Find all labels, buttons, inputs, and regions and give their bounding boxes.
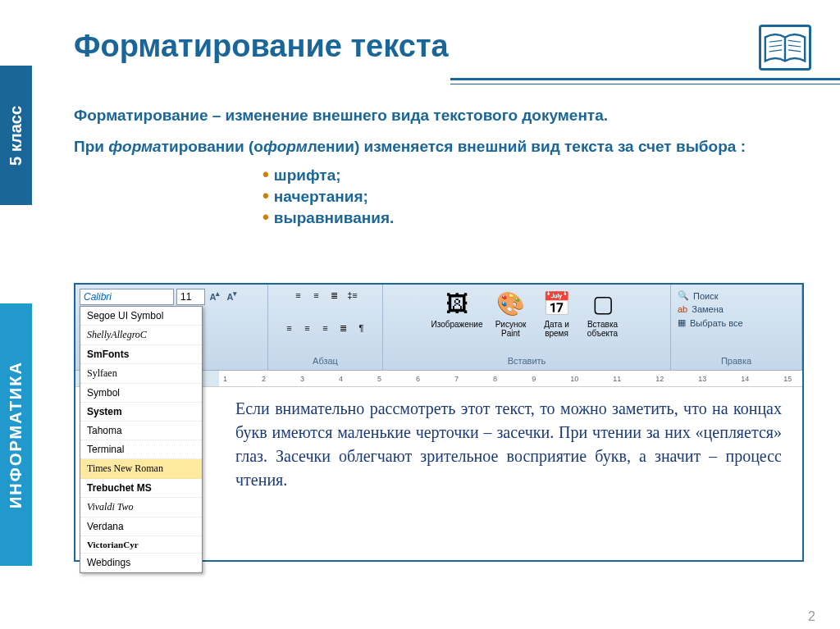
font-option[interactable]: Segoe UI Symbol: [80, 307, 202, 326]
indent-decrease-icon[interactable]: ≡: [291, 289, 306, 302]
linespacing-icon[interactable]: ‡≡: [345, 289, 360, 302]
font-option[interactable]: Symbol: [80, 384, 202, 403]
align-center-icon[interactable]: ≡: [300, 321, 315, 335]
font-name-combo[interactable]: Calibri: [80, 289, 174, 305]
font-option[interactable]: Webdings: [80, 554, 202, 572]
paragraph-mark-icon[interactable]: ¶: [354, 321, 369, 335]
align-justify-icon[interactable]: ≣: [336, 321, 351, 335]
font-group: Calibri 11 A▴ A▾ Segoe UI Symbol ShellyA…: [75, 285, 268, 370]
align-right-icon[interactable]: ≡: [318, 321, 333, 335]
grow-font-icon[interactable]: A▴: [208, 289, 222, 303]
palette-icon: 🎨: [496, 289, 526, 318]
calendar-icon: 📅: [542, 289, 572, 318]
intro-paragraph: При форматировании (оформлении) изменяет…: [74, 137, 815, 157]
font-option[interactable]: ShellyAllegroC: [80, 326, 202, 345]
insert-object-button[interactable]: ▢ Вставка объекта: [583, 289, 623, 338]
font-size-combo[interactable]: 11: [176, 289, 205, 305]
font-option[interactable]: Verdana: [80, 517, 202, 536]
sidebar-grade: 5 класс: [0, 66, 32, 205]
font-option[interactable]: Trebuchet MS: [80, 479, 202, 498]
select-all-icon: ▦: [678, 317, 686, 328]
font-option[interactable]: Vivaldi Two: [80, 498, 202, 517]
find-button[interactable]: 🔍Поиск: [678, 289, 795, 303]
paragraph-group-label: Абзац: [313, 356, 338, 366]
header-rule: [450, 78, 840, 80]
replace-button[interactable]: abЗамена: [678, 303, 795, 316]
edit-group: 🔍Поиск abЗамена ▦Выбрать все Правка: [671, 285, 802, 370]
bullet-item: выравнивания.: [262, 207, 815, 228]
sidebar-subject: ИНФОРМАТИКА: [0, 303, 32, 566]
paragraph-group: ≡ ≡ ≣ ‡≡ ≡ ≡ ≡ ≣ ¶ Абзац: [268, 285, 383, 370]
word-screenshot: Calibri 11 A▴ A▾ Segoe UI Symbol ShellyA…: [74, 283, 804, 562]
font-option[interactable]: VictorianCyr: [80, 536, 202, 554]
bullet-list: шрифта; начертания; выравнивания.: [262, 164, 815, 228]
definition-text: Форматирование – изменение внешнего вида…: [74, 107, 815, 125]
font-option[interactable]: Tahoma: [80, 422, 202, 440]
object-icon: ▢: [588, 289, 618, 318]
insert-datetime-button[interactable]: 📅 Дата и время: [539, 289, 575, 338]
insert-group: 🖼 Изображение 🎨 Рисунок Paint 📅 Дата и в…: [383, 285, 671, 370]
book-icon: [759, 25, 811, 71]
ribbon: Calibri 11 A▴ A▾ Segoe UI Symbol ShellyA…: [75, 285, 802, 371]
page-title: Форматирование текста: [74, 29, 449, 64]
insert-image-button[interactable]: 🖼 Изображение: [431, 289, 483, 329]
image-icon: 🖼: [442, 289, 472, 318]
font-option-selected[interactable]: Times New Roman: [80, 459, 202, 479]
font-option[interactable]: SmFonts: [80, 345, 202, 364]
insert-paint-button[interactable]: 🎨 Рисунок Paint: [491, 289, 531, 338]
insert-group-label: Вставить: [508, 356, 546, 366]
font-option[interactable]: Sylfaen: [80, 364, 202, 384]
font-option[interactable]: System: [80, 403, 202, 422]
list-icon[interactable]: ≣: [327, 289, 342, 302]
slide-number: 2: [808, 609, 815, 624]
font-option[interactable]: Terminal: [80, 440, 202, 459]
selectall-button[interactable]: ▦Выбрать все: [678, 316, 795, 330]
replace-icon: ab: [678, 304, 687, 314]
header-rule-thin: [450, 84, 840, 84]
bullet-item: начертания;: [262, 185, 815, 207]
search-icon: 🔍: [678, 290, 689, 301]
align-left-icon[interactable]: ≡: [282, 321, 297, 335]
font-dropdown[interactable]: Segoe UI Symbol ShellyAllegroC SmFonts S…: [80, 306, 203, 573]
shrink-font-icon[interactable]: A▾: [225, 289, 240, 303]
bullet-item: шрифта;: [262, 164, 815, 185]
indent-increase-icon[interactable]: ≡: [309, 289, 324, 302]
content-area: Форматирование – изменение внешнего вида…: [74, 107, 815, 228]
edit-group-label: Правка: [721, 356, 751, 366]
